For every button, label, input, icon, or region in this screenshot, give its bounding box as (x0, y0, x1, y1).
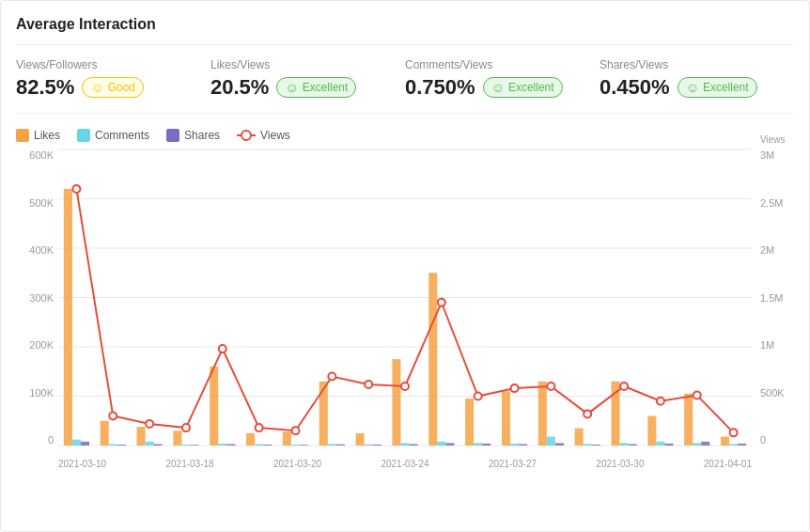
metric-label: Views/Followers (16, 58, 192, 71)
y-axis-right-label: Views (760, 134, 786, 145)
svg-rect-9 (81, 442, 89, 446)
svg-rect-22 (246, 433, 255, 446)
badge-text: Excellent (303, 81, 349, 94)
metric-value: 20.5% (210, 75, 269, 100)
svg-rect-45 (519, 444, 527, 446)
badge-text: Good (108, 81, 135, 94)
svg-rect-50 (584, 444, 592, 446)
svg-rect-36 (410, 444, 418, 446)
y-axis-right-label-tick: 2M (760, 244, 774, 256)
svg-point-76 (511, 384, 519, 392)
svg-point-72 (365, 381, 372, 388)
svg-rect-23 (255, 444, 263, 446)
svg-rect-49 (575, 429, 584, 446)
metric-label: Shares/Views (600, 58, 775, 71)
metric-value: 82.5% (16, 75, 74, 100)
svg-point-70 (291, 427, 299, 434)
metric-badge: ☺ Excellent (678, 77, 757, 98)
metric-item-shares-views: Shares/Views 0.450% ☺ Excellent (600, 58, 794, 100)
metrics-row: Views/Followers 82.5% ☺ Good Likes/Views… (16, 58, 794, 114)
legend-label: Comments (95, 129, 149, 142)
svg-rect-25 (283, 431, 291, 446)
average-interaction-card: Average Interaction Views/Followers 82.5… (0, 0, 810, 532)
y-axis-left-label: 100K (29, 387, 54, 399)
svg-point-64 (72, 185, 80, 193)
chart-inner (58, 149, 752, 446)
legend-color-box (77, 129, 90, 142)
svg-rect-29 (328, 444, 336, 446)
legend-item-comments: Comments (77, 129, 149, 142)
svg-rect-56 (656, 442, 664, 446)
metric-label: Likes/Views (210, 58, 386, 71)
svg-rect-20 (218, 444, 226, 446)
svg-rect-46 (538, 382, 547, 446)
svg-rect-13 (137, 427, 146, 446)
metric-badge: ☺ Excellent (483, 77, 563, 98)
y-axis-right-label-tick: 2.5M (760, 197, 783, 209)
metric-item-views-followers: Views/Followers 82.5% ☺ Good (16, 58, 210, 100)
y-axis-left-label: 600K (29, 149, 54, 161)
svg-rect-34 (392, 359, 400, 446)
svg-rect-17 (181, 445, 190, 446)
svg-point-78 (584, 410, 591, 417)
x-axis-label: 2021-03-20 (273, 459, 321, 469)
svg-rect-40 (465, 399, 474, 446)
svg-rect-59 (693, 443, 701, 446)
y-axis-left-label: 0 (48, 434, 54, 446)
legend-line-icon (237, 134, 256, 136)
svg-rect-15 (154, 444, 163, 446)
svg-rect-63 (738, 444, 746, 446)
legend-item-shares: Shares (166, 129, 220, 142)
y-axis-left-label: 400K (29, 244, 54, 256)
page-title: Average Interaction (16, 16, 794, 45)
svg-rect-35 (400, 443, 409, 446)
svg-point-67 (182, 424, 190, 431)
x-axis-label: 2021-03-18 (165, 459, 213, 469)
legend-color-box (16, 129, 29, 142)
svg-rect-55 (647, 416, 656, 446)
svg-rect-32 (365, 445, 373, 446)
x-axis-label: 2021-03-30 (596, 459, 644, 469)
svg-rect-27 (300, 445, 308, 446)
y-axis-right-label-tick: 3M (760, 149, 774, 161)
svg-rect-41 (474, 443, 482, 446)
metric-item-comments-views: Comments/Views 0.750% ☺ Excellent (405, 58, 600, 100)
svg-point-77 (547, 383, 554, 390)
svg-rect-37 (428, 273, 437, 446)
y-axis-left-label: 500K (29, 197, 54, 209)
svg-rect-51 (592, 445, 600, 446)
svg-point-80 (657, 398, 664, 405)
svg-rect-57 (664, 444, 673, 446)
y-axis-right-label-tick: 1M (760, 339, 774, 351)
svg-rect-11 (109, 444, 117, 446)
metric-value: 0.450% (600, 75, 670, 100)
svg-rect-18 (190, 445, 198, 446)
svg-point-82 (730, 429, 738, 436)
y-axis-right-label-tick: 1.5M (760, 292, 783, 304)
y-axis-left-label: 200K (29, 339, 54, 351)
svg-rect-7 (64, 189, 72, 446)
svg-rect-38 (437, 442, 445, 446)
svg-rect-47 (547, 437, 555, 446)
svg-rect-54 (629, 444, 637, 446)
svg-rect-53 (620, 443, 629, 446)
x-axis: 2021-03-102021-03-182021-03-202021-03-24… (58, 459, 752, 469)
svg-rect-10 (101, 421, 109, 446)
smiley-icon: ☺ (285, 80, 298, 95)
metric-value: 0.750% (405, 75, 475, 100)
svg-rect-16 (173, 430, 181, 446)
x-axis-label: 2021-03-27 (489, 459, 537, 469)
svg-rect-14 (146, 442, 154, 446)
smiley-icon: ☺ (686, 80, 699, 95)
svg-point-73 (401, 383, 409, 390)
svg-rect-31 (356, 433, 365, 446)
svg-point-81 (693, 391, 701, 399)
svg-rect-44 (510, 444, 519, 446)
svg-rect-48 (555, 443, 564, 446)
svg-point-65 (109, 413, 117, 420)
svg-rect-24 (263, 445, 272, 446)
chart-area: 0100K200K300K400K500K600K Views 0500K1M1… (16, 149, 794, 469)
svg-rect-42 (482, 444, 491, 446)
svg-point-66 (146, 420, 153, 428)
y-axis-right-label-tick: 0 (760, 434, 766, 446)
